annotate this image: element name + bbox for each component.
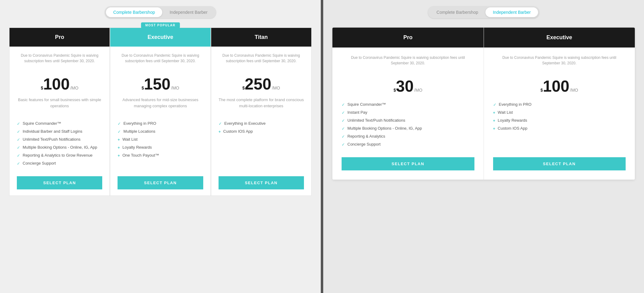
right-plan-executive-features: ✓Everything in PRO +Wait List +Loyalty R… [493,102,626,150]
list-item: ✓Reporting & Analytics to Grow Revenue [17,153,102,158]
right-toggle-complete-barbershop[interactable]: Complete Barbershop [429,7,485,17]
list-item: ✓Everything in PRO [493,102,626,107]
list-item: ✓Reporting & Analytics [342,134,474,139]
list-item: ✓Everything in Executive [219,121,304,126]
left-plan-titan-price-row: $ 250 /MO [219,76,304,92]
check-icon: ✓ [219,121,222,126]
list-item: ✓Instant Pay [342,110,474,115]
left-plan-titan-name: Titan [219,34,304,40]
list-item: ✓Everything in PRO [118,121,203,126]
plus-icon: + [219,129,221,134]
right-plan-pro-notice: Due to Coronavirus Pandemic Squire is wa… [342,55,474,73]
list-item: ✓Unlimited Text/Push Notifications [342,118,474,123]
check-icon: ✓ [342,118,345,123]
list-item: ✓Concierge Support [17,161,102,166]
left-executive-select-button[interactable]: SELECT PLAN [118,176,203,189]
left-plan-titan-mo: /MO [272,86,280,90]
left-plan-executive-price-row: $ 150 /MO [118,76,203,92]
left-plan-titan-header: Titan [211,28,311,47]
right-plan-executive-price-row: $ 100 /MO [493,78,626,94]
right-plan-executive-name: Executive [493,34,626,41]
right-plan-pro-amount: 30 [396,78,414,94]
left-plan-titan-amount: 250 [245,76,271,92]
left-plan-pro-price-row: $ 100 /MO [17,76,102,92]
left-plan-pro-name: Pro [17,34,102,40]
list-item: +Loyalty Rewards [118,145,203,150]
left-toggle-complete-barbershop[interactable]: Complete Barbershop [106,7,162,17]
left-panel: Complete Barbershop Independent Barber P… [0,0,321,293]
list-item: +Custom IOS App [219,129,304,134]
left-plans-container: Pro Due to Coronavirus Pandemic Squire i… [9,28,312,196]
most-popular-badge: MOST POPULAR [141,22,180,28]
check-icon: ✓ [17,153,20,158]
check-icon: ✓ [118,121,121,126]
check-icon: ✓ [342,102,345,107]
list-item: +Wait List [493,110,626,115]
check-icon: ✓ [342,110,345,115]
plus-icon: + [493,126,496,131]
left-plan-titan-dollar: $ [242,86,245,90]
left-toggle-independent-barber[interactable]: Independent Barber [162,7,215,17]
right-plan-executive-dollar: $ [541,88,543,93]
right-plan-pro-mo: /MO [414,88,422,93]
left-plan-executive-features: ✓Everything in PRO ✓Multiple Locations +… [118,121,203,169]
right-plan-pro-features: ✓Squire Commander™ ✓Instant Pay ✓Unlimit… [342,102,474,150]
left-plan-executive-mo: /MO [171,86,179,90]
check-icon: ✓ [17,129,20,134]
list-item: ✓Multiple Booking Options - Online, IG, … [342,126,474,131]
left-plan-executive-description: Advanced features for mid-size businesse… [118,97,203,114]
right-plan-pro-header: Pro [332,28,484,48]
panel-divider [321,0,323,293]
left-plan-executive-dollar: $ [141,86,144,90]
plus-icon: + [118,145,120,150]
list-item: ✓Concierge Support [342,142,474,147]
left-plan-executive: MOST POPULAR Executive Due to Coronaviru… [110,28,211,196]
list-item: +One Touch Payout™ [118,153,203,158]
plus-icon: + [493,110,496,115]
right-pro-select-button[interactable]: SELECT PLAN [342,157,474,170]
check-icon: ✓ [342,126,345,131]
left-plan-titan: Titan Due to Coronavirus Pandemic Squire… [211,28,312,196]
right-toggle-independent-barber[interactable]: Independent Barber [485,7,538,17]
check-icon: ✓ [342,142,345,147]
check-icon: ✓ [17,137,20,142]
list-item: ✓Multiple Locations [118,129,203,134]
left-toggle-group: Complete Barbershop Independent Barber [105,6,216,18]
list-item: +Wait List [118,137,203,142]
left-plan-pro-amount: 100 [43,76,70,92]
right-plan-pro-dollar: $ [394,88,396,93]
left-plan-executive-name: Executive [118,34,203,40]
list-item: +Loyalty Rewards [493,118,626,123]
right-plan-pro-price-row: $ 30 /MO [342,78,474,94]
left-plan-executive-header: Executive [110,28,210,47]
left-plan-executive-amount: 150 [144,76,170,92]
check-icon: ✓ [493,102,496,107]
right-plans-container: Pro Due to Coronavirus Pandemic Squire i… [332,28,635,180]
left-plan-executive-notice: Due to Coronavirus Pandemic Squire is wa… [118,53,203,71]
right-plan-executive: Executive Due to Coronavirus Pandemic Sq… [484,28,635,180]
left-plan-pro-description: Basic features for small businesses with… [17,97,102,114]
left-titan-select-button[interactable]: SELECT PLAN [219,176,304,189]
plus-icon: + [118,137,120,142]
left-plan-titan-features: ✓Everything in Executive +Custom IOS App [219,121,304,169]
plus-icon: + [493,118,496,123]
left-pro-select-button[interactable]: SELECT PLAN [17,176,102,189]
check-icon: ✓ [118,129,121,134]
right-executive-select-button[interactable]: SELECT PLAN [493,157,626,170]
list-item: ✓Multiple Booking Options - Online, IG, … [17,145,102,150]
left-plan-pro-notice: Due to Coronavirus Pandemic Squire is wa… [17,53,102,71]
right-plan-executive-notice: Due to Coronavirus Pandemic Squire is wa… [493,55,626,73]
check-icon: ✓ [17,145,20,150]
right-plan-executive-header: Executive [484,28,635,48]
right-plan-pro-name: Pro [342,34,474,41]
list-item: ✓Individual Barber and Staff Logins [17,129,102,134]
right-plan-executive-mo: /MO [570,88,578,93]
left-plan-pro-header: Pro [9,28,110,47]
left-plan-pro-mo: /MO [70,86,78,90]
right-plan-executive-amount: 100 [543,78,570,94]
list-item: +Custom IOS App [493,126,626,131]
left-plan-titan-notice: Due to Coronavirus Pandemic Squire is wa… [219,53,304,71]
list-item: ✓Squire Commander™ [342,102,474,107]
list-item: ✓Squire Commander™ [17,121,102,126]
list-item: ✓Unlimited Text/Push Notifications [17,137,102,142]
